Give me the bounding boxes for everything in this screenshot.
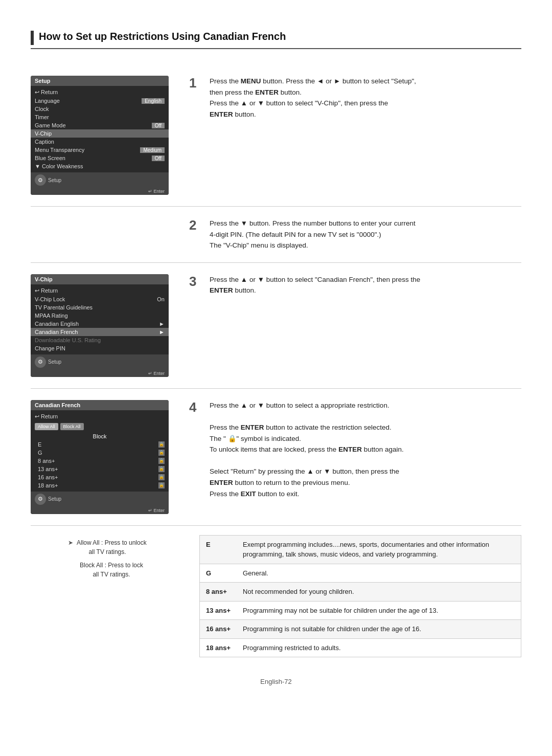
vchip-screen: V-Chip ↩ Return V-Chip LockOn TV Parenta…	[31, 274, 169, 377]
vchip-enter-icon: ↵ Enter	[148, 371, 165, 376]
cf-enter-icon: ↵ Enter	[148, 508, 165, 513]
cf-row-13: 13 ans+🔒	[31, 465, 169, 473]
rating-code-e: E	[200, 535, 237, 564]
menu-timer: Timer	[31, 113, 169, 121]
page-footer: English-72	[31, 678, 521, 685]
menu-clock: Clock	[31, 105, 169, 113]
rating-code-g: G	[200, 564, 237, 583]
step-3-content: 3 Press the ▲ or ▼ button to select "Can…	[184, 274, 521, 296]
note-allow-all: ➤ Allow All : Press to unlockall TV rati…	[31, 538, 184, 557]
rating-desc-e: Exempt programming includes....news, spo…	[237, 535, 521, 564]
lock-13-icon: 🔒	[158, 466, 165, 472]
lock-16-icon: 🔒	[158, 474, 165, 480]
cf-screen-body: ↩ Return Allow All Block All Block E🔒 G🔒…	[31, 410, 169, 492]
setup-footer: ⚙ Setup	[31, 172, 169, 188]
cf-row-16: 16 ans+🔒	[31, 473, 169, 481]
step-2-row: 2 Press the ▼ button. Press the number b…	[31, 207, 521, 263]
bottom-section: ➤ Allow All : Press to unlockall TV rati…	[31, 530, 521, 658]
menu-blue-screen: Blue ScreenOff	[31, 154, 169, 162]
step-3-screen: V-Chip ↩ Return V-Chip LockOn TV Parenta…	[31, 274, 184, 377]
menu-caption: Caption	[31, 138, 169, 146]
vchip-setup-label: Setup	[48, 359, 61, 365]
setup-screen-body: ↩ Return LanguageEnglish Clock Timer Gam…	[31, 86, 169, 172]
title-section: How to Set up Restrictions Using Canadia…	[31, 31, 521, 49]
step-4-screen: Canadian French ↩ Return Allow All Block…	[31, 400, 184, 514]
cf-button-row: Allow All Block All	[31, 421, 169, 432]
rating-row-e: E Exempt programming includes....news, s…	[200, 535, 521, 564]
vchip-gear-icon: ⚙	[35, 357, 46, 368]
rating-desc-16: Programming is not suitable for children…	[237, 620, 521, 639]
cf-row-e: E🔒	[31, 440, 169, 449]
menu-language: LanguageEnglish	[31, 97, 169, 105]
rating-row-8: 8 ans+ Not recommended for young childre…	[200, 583, 521, 602]
cf-block-label: Block	[31, 432, 169, 440]
step-2-text: Press the ▼ button. Press the number but…	[210, 218, 416, 251]
step-1-content: 1 Press the MENU button. Press the ◄ or …	[184, 76, 521, 120]
rating-desc-18: Programming restricted to adults.	[237, 638, 521, 657]
cf-footer: ⚙ Setup	[31, 492, 169, 507]
title-bar	[31, 31, 34, 45]
rating-desc-13: Programming may not be suitable for chil…	[237, 601, 521, 620]
chip-downloadable: Downloadable U.S. Rating	[31, 336, 169, 344]
rating-table-area: E Exempt programming includes....news, s…	[199, 530, 521, 658]
notes-area: ➤ Allow All : Press to unlockall TV rati…	[31, 530, 184, 658]
setup-screen: Setup ↩ Return LanguageEnglish Clock Tim…	[31, 76, 169, 195]
step-3-row: V-Chip ↩ Return V-Chip LockOn TV Parenta…	[31, 263, 521, 389]
enter-icon: ↵ Enter	[148, 189, 165, 194]
rating-code-13: 13 ans+	[200, 601, 237, 620]
page-title: How to Set up Restrictions Using Canadia…	[39, 31, 286, 42]
rating-table: E Exempt programming includes....news, s…	[199, 535, 521, 658]
step-3-text: Press the ▲ or ▼ button to select "Canad…	[210, 274, 420, 296]
rating-desc-g: General.	[237, 564, 521, 583]
footer-text: English-72	[260, 678, 291, 685]
menu-transparency: Menu TransparencyMedium	[31, 146, 169, 154]
cf-row-g: G🔒	[31, 449, 169, 457]
cf-setup-label: Setup	[48, 496, 61, 502]
step-3-number: 3	[189, 274, 201, 289]
arrow-icon: ➤	[68, 539, 73, 546]
note-block-all: Block All : Press to lockall TV ratings.	[31, 561, 184, 579]
step-4-content: 4 Press the ▲ or ▼ button to select a ap…	[184, 400, 521, 499]
cf-row-18: 18 ans+🔒	[31, 481, 169, 490]
vchip-enter-row: ↵ Enter	[31, 370, 169, 377]
cf-block-all-btn: Block All	[60, 423, 84, 430]
rating-row-13: 13 ans+ Programming may not be suitable …	[200, 601, 521, 620]
step-4-text: Press the ▲ or ▼ button to select a appr…	[210, 400, 404, 499]
vchip-footer: ⚙ Setup	[31, 354, 169, 370]
gear-icon: ⚙	[35, 174, 46, 186]
lock-g-icon: 🔒	[158, 450, 165, 456]
rating-code-8: 8 ans+	[200, 583, 237, 602]
rating-code-18: 18 ans+	[200, 638, 237, 657]
cf-gear-icon: ⚙	[35, 494, 46, 505]
step-1-text: Press the MENU button. Press the ◄ or ► …	[210, 76, 416, 120]
cf-enter-row: ↵ Enter	[31, 507, 169, 514]
chip-change-pin: Change PIN	[31, 344, 169, 352]
chip-return: ↩ Return	[31, 286, 169, 295]
cf-screen-title: Canadian French	[31, 400, 169, 410]
chip-tv-parental: TV Parental Guidelines	[31, 303, 169, 312]
lock-18-icon: 🔒	[158, 482, 165, 488]
vchip-screen-title: V-Chip	[31, 274, 169, 284]
cf-allow-all-btn: Allow All	[35, 423, 58, 430]
lock-e-icon: 🔒	[158, 441, 165, 448]
rating-row-g: G General.	[200, 564, 521, 583]
step-4-row: Canadian French ↩ Return Allow All Block…	[31, 389, 521, 526]
chip-canadian-french: Canadian French►	[31, 328, 169, 336]
setup-label: Setup	[48, 177, 61, 183]
chip-lock: V-Chip LockOn	[31, 295, 169, 303]
vchip-screen-body: ↩ Return V-Chip LockOn TV Parental Guide…	[31, 284, 169, 354]
menu-vchip: V-Chip	[31, 129, 169, 138]
rating-row-18: 18 ans+ Programming restricted to adults…	[200, 638, 521, 657]
canadian-french-screen: Canadian French ↩ Return Allow All Block…	[31, 400, 169, 514]
chip-mpaa: MPAA Rating	[31, 312, 169, 320]
step-1-screen: Setup ↩ Return LanguageEnglish Clock Tim…	[31, 76, 184, 195]
rating-row-16: 16 ans+ Programming is not suitable for …	[200, 620, 521, 639]
rating-code-16: 16 ans+	[200, 620, 237, 639]
lock-8-icon: 🔒	[158, 458, 165, 464]
step-1-number: 1	[189, 76, 201, 91]
cf-return: ↩ Return	[31, 412, 169, 421]
enter-row: ↵ Enter	[31, 188, 169, 195]
step-1-row: Setup ↩ Return LanguageEnglish Clock Tim…	[31, 64, 521, 207]
rating-desc-8: Not recommended for young children.	[237, 583, 521, 602]
step-2-content: 2 Press the ▼ button. Press the number b…	[184, 218, 521, 251]
